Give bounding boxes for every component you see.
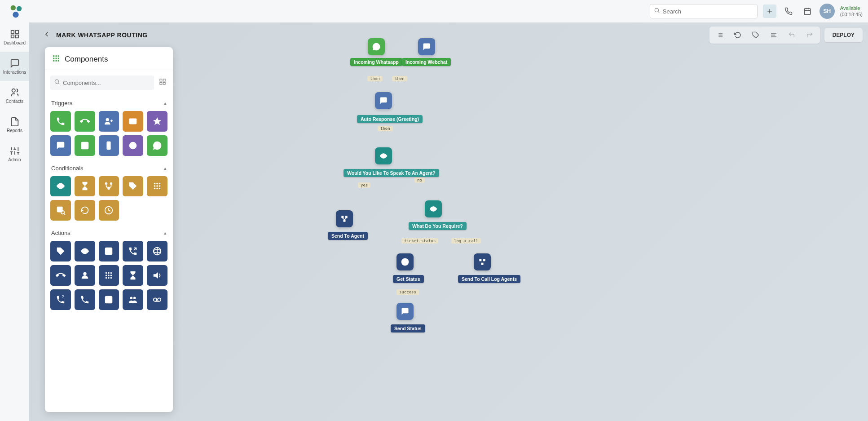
trigger-inbound-call-tile[interactable] xyxy=(50,111,71,132)
section-actions-header[interactable]: Actions ▴ xyxy=(50,223,167,241)
action-favorite-tile[interactable] xyxy=(99,241,119,261)
trigger-mobile-tile[interactable] xyxy=(99,135,119,156)
node-decision-2[interactable] xyxy=(425,200,442,217)
svg-point-89 xyxy=(110,275,112,276)
svg-point-0 xyxy=(10,5,15,10)
user-avatar[interactable]: SH xyxy=(820,4,835,19)
action-monitor-tile[interactable] xyxy=(75,241,95,261)
section-triggers-header[interactable]: Triggers ▴ xyxy=(50,93,167,111)
trigger-hangup-tile[interactable] xyxy=(75,111,95,132)
edge-yes: yes xyxy=(358,182,370,188)
availability-indicator[interactable]: Available (00:18:45) xyxy=(840,5,863,18)
new-button[interactable] xyxy=(763,4,776,18)
dialer-button[interactable] xyxy=(782,4,795,18)
svg-rect-11 xyxy=(11,30,13,33)
tags-button[interactable] xyxy=(747,28,764,42)
conditional-hourglass-tile[interactable] xyxy=(75,176,95,197)
conditional-tag-tile[interactable] xyxy=(123,176,143,197)
action-transfer-tile[interactable] xyxy=(123,241,143,261)
panel-view-toggle[interactable] xyxy=(158,78,167,87)
svg-point-90 xyxy=(106,277,107,279)
node-decision-1[interactable] xyxy=(375,147,392,164)
conditional-lookup-tile[interactable] xyxy=(50,200,71,221)
search-icon xyxy=(654,7,660,15)
trigger-incoming-email-tile[interactable] xyxy=(123,111,143,132)
nav-interactions[interactable]: Interactions xyxy=(0,52,29,81)
node-webhook-icon[interactable] xyxy=(397,253,414,270)
action-tag-tile[interactable] xyxy=(50,241,71,261)
action-hangup-tile[interactable] xyxy=(50,265,71,286)
deploy-button[interactable]: DEPLOY xyxy=(824,28,863,42)
node-send-status-chat[interactable] xyxy=(397,303,414,320)
chat-icon xyxy=(375,92,392,109)
components-search[interactable] xyxy=(50,75,154,90)
node-call-log-icon[interactable] xyxy=(474,253,491,270)
svg-rect-49 xyxy=(160,82,162,84)
trigger-incoming-chat-tile[interactable] xyxy=(50,135,71,156)
svg-point-83 xyxy=(83,272,86,275)
svg-point-70 xyxy=(154,188,156,190)
components-search-input[interactable] xyxy=(63,80,150,86)
chevron-up-icon: ▴ xyxy=(164,100,167,106)
svg-line-4 xyxy=(658,12,660,13)
conditional-keypad-tile[interactable] xyxy=(147,176,167,197)
history-button[interactable] xyxy=(729,28,746,42)
svg-point-91 xyxy=(108,277,110,279)
redo-button[interactable] xyxy=(801,28,818,42)
node-send-to-agent[interactable]: Send To Agent xyxy=(328,229,368,240)
nav-contacts-label: Contacts xyxy=(6,99,23,104)
nav-dashboard[interactable]: Dashboard xyxy=(0,22,29,52)
calendar-button[interactable] xyxy=(801,4,814,18)
svg-point-86 xyxy=(110,272,112,274)
svg-point-65 xyxy=(156,183,158,185)
action-wait-tile[interactable] xyxy=(123,265,143,286)
section-conditionals-header[interactable]: Conditionals ▴ xyxy=(50,159,167,176)
auto-layout-button[interactable] xyxy=(765,28,782,42)
conditional-branch-tile[interactable] xyxy=(99,176,119,197)
svg-point-1 xyxy=(16,6,21,11)
trigger-task-complete-tile[interactable] xyxy=(75,135,95,156)
node-get-status[interactable]: Get Status xyxy=(393,272,424,283)
trigger-new-contact-tile[interactable] xyxy=(99,111,119,132)
action-webhook-tile[interactable] xyxy=(147,241,167,261)
action-team-tile[interactable] xyxy=(123,289,143,310)
node-auto-response-chat[interactable] xyxy=(375,92,392,109)
section-conditionals-tiles xyxy=(50,176,167,224)
flow-icon xyxy=(474,253,491,270)
flow-canvas[interactable]: MARK WHATSAPP ROUTING DEPLOY xyxy=(29,22,868,421)
node-auto-response-label[interactable]: Auto Response (Greeting) xyxy=(357,112,423,123)
action-call-unknown-tile[interactable]: ? xyxy=(50,289,71,310)
node-send-call-log[interactable]: Send To Call Log Agents xyxy=(458,272,520,283)
conditional-decision-tile[interactable] xyxy=(50,176,71,197)
svg-rect-48 xyxy=(163,82,165,84)
trigger-campaign-tile[interactable] xyxy=(147,111,167,132)
section-actions-tiles: ? xyxy=(50,241,167,312)
node-send-to-agent-icon[interactable] xyxy=(336,210,353,227)
edge-log-a-call: log a call xyxy=(451,238,481,244)
action-dial-tile[interactable] xyxy=(75,289,95,310)
action-dtmf-tile[interactable] xyxy=(99,265,119,286)
trigger-scheduled-tile[interactable] xyxy=(123,135,143,156)
page-title: MARK WHATSAPP ROUTING xyxy=(56,31,148,39)
node-what-require[interactable]: What Do You Require? xyxy=(409,219,467,230)
action-callback-tile[interactable] xyxy=(99,289,119,310)
list-view-button[interactable] xyxy=(711,28,728,42)
undo-button[interactable] xyxy=(783,28,800,42)
action-assign-tile[interactable] xyxy=(75,265,95,286)
svg-rect-55 xyxy=(81,142,88,149)
node-ask-agent[interactable]: Would You Like To Speak To An Agent? xyxy=(344,166,439,177)
conditional-time-tile[interactable] xyxy=(99,200,119,221)
nav-admin[interactable]: Admin xyxy=(0,139,29,168)
back-button[interactable] xyxy=(43,30,51,40)
node-send-status[interactable]: Send Status xyxy=(391,322,425,332)
trigger-whatsapp-tile[interactable] xyxy=(147,135,167,156)
nav-reports[interactable]: Reports xyxy=(0,110,29,139)
svg-rect-13 xyxy=(15,35,18,37)
global-search[interactable] xyxy=(650,4,758,18)
action-voicemail-tile[interactable] xyxy=(147,289,167,310)
svg-point-92 xyxy=(110,277,112,279)
conditional-retry-tile[interactable] xyxy=(75,200,95,221)
action-play-audio-tile[interactable] xyxy=(147,265,167,286)
nav-contacts[interactable]: Contacts xyxy=(0,81,29,110)
global-search-input[interactable] xyxy=(663,8,753,15)
